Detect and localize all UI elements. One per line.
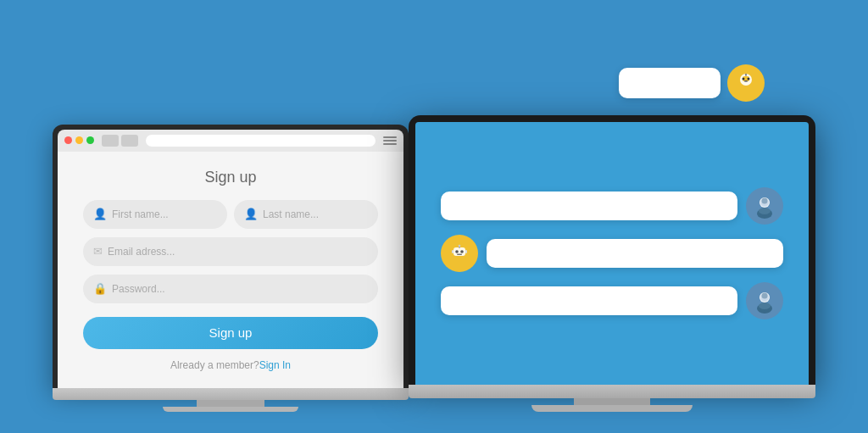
chat-area — [415, 122, 809, 385]
svg-rect-19 — [465, 250, 467, 253]
last-name-input[interactable]: 👤 Last name... — [234, 200, 378, 229]
menu-icon[interactable] — [383, 136, 397, 146]
traffic-lights — [64, 136, 94, 144]
right-laptop-stand — [574, 398, 650, 405]
first-name-placeholder: First name... — [112, 208, 169, 220]
user-avatar-1 — [746, 187, 783, 225]
svg-point-17 — [459, 244, 461, 247]
signup-button[interactable]: Sign up — [83, 317, 378, 349]
illustration-scene: Sign up 👤 First name... 👤 Last name... ✉… — [53, 22, 815, 412]
svg-point-23 — [762, 292, 768, 298]
svg-point-3 — [748, 77, 750, 80]
left-screen-shell: Sign up 👤 First name... 👤 Last name... ✉… — [53, 125, 409, 388]
already-member-text: Already a member? — [170, 359, 259, 371]
sign-in-link[interactable]: Sign In — [259, 359, 291, 371]
svg-rect-15 — [457, 253, 462, 255]
signup-title: Sign up — [204, 169, 256, 186]
chat-bubble-bot-1 — [441, 235, 783, 272]
email-row: ✉ Email adress... — [83, 237, 378, 266]
signup-button-label: Sign up — [209, 325, 253, 340]
right-laptop — [409, 115, 815, 412]
right-screen-shell — [409, 115, 815, 385]
browser-bar — [58, 130, 403, 152]
right-laptop-base — [409, 385, 815, 398]
chat-bubble-user-2 — [441, 282, 783, 319]
left-laptop-base — [53, 388, 409, 400]
svg-point-24 — [759, 303, 771, 309]
floating-chat-bubble — [619, 64, 765, 102]
traffic-light-green[interactable] — [86, 136, 94, 144]
right-laptop-foot — [531, 405, 693, 412]
svg-point-6 — [745, 73, 747, 75]
chat-bubble-text-user-2 — [441, 286, 737, 315]
traffic-light-yellow[interactable] — [75, 136, 83, 144]
nav-forward-button[interactable] — [121, 135, 138, 147]
user-icon-2: 👤 — [244, 208, 258, 220]
bot-svg-icon — [734, 71, 758, 95]
email-icon: ✉ — [93, 245, 103, 258]
chat-bubble-text-bot-1 — [487, 239, 783, 268]
svg-point-14 — [460, 250, 464, 253]
name-row: 👤 First name... 👤 Last name... — [83, 200, 378, 229]
chat-bubble-user-1 — [441, 187, 783, 225]
floating-bot-avatar — [727, 64, 765, 102]
nav-back-button[interactable] — [102, 135, 119, 147]
browser-nav — [102, 135, 138, 147]
svg-point-13 — [455, 250, 459, 253]
traffic-light-red[interactable] — [64, 136, 72, 144]
left-laptop-stand — [197, 400, 264, 407]
user-icon: 👤 — [93, 208, 107, 220]
password-input[interactable]: 🔒 Password... — [83, 275, 378, 303]
first-name-input[interactable]: 👤 First name... — [83, 200, 227, 229]
user-svg-icon-2 — [752, 288, 777, 314]
address-bar[interactable] — [146, 135, 376, 147]
left-laptop-foot — [163, 407, 298, 412]
svg-rect-18 — [452, 250, 453, 253]
signup-form-area: Sign up 👤 First name... 👤 Last name... ✉… — [58, 152, 403, 388]
email-placeholder: Email adress... — [108, 246, 175, 258]
user-avatar-2 — [746, 282, 783, 319]
password-placeholder: Password... — [112, 283, 165, 295]
svg-point-10 — [762, 197, 768, 203]
last-name-placeholder: Last name... — [263, 208, 319, 220]
svg-point-2 — [743, 77, 745, 80]
left-laptop: Sign up 👤 First name... 👤 Last name... ✉… — [53, 125, 409, 412]
floating-bubble-text — [619, 68, 721, 98]
svg-point-11 — [759, 208, 771, 214]
bot-svg-icon-1 — [448, 241, 471, 265]
email-input[interactable]: ✉ Email adress... — [83, 237, 378, 266]
password-row: 🔒 Password... — [83, 275, 378, 303]
chat-bubble-text-user-1 — [441, 192, 737, 220]
svg-rect-4 — [744, 80, 748, 82]
lock-icon: 🔒 — [93, 282, 107, 295]
member-text-row: Already a member?Sign In — [170, 359, 291, 371]
bot-avatar-1 — [441, 235, 478, 272]
user-svg-icon-1 — [752, 193, 777, 219]
